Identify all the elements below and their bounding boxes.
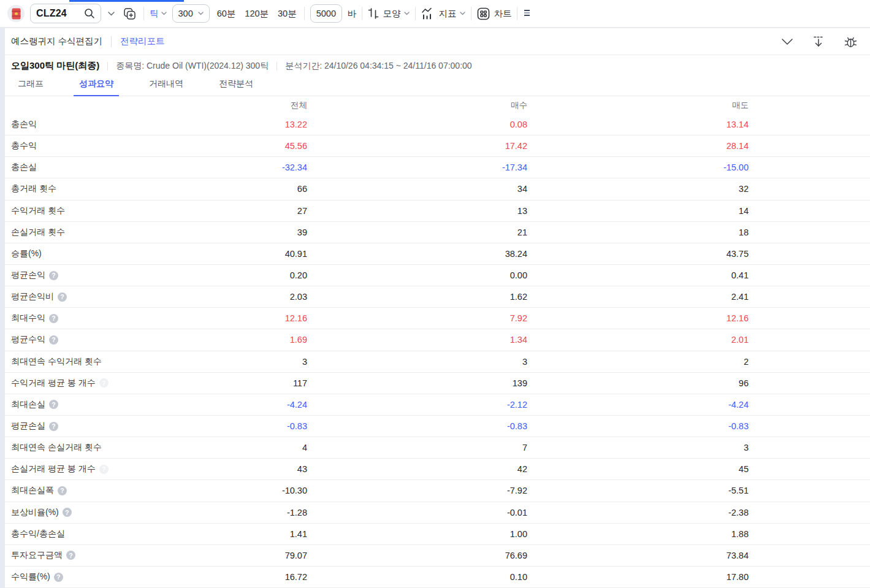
instrument-info: 종목명: Crude Oil (WTI)(2024.12) 300틱 — [116, 61, 269, 72]
interval-30min-button[interactable]: 30분 — [276, 8, 299, 20]
value-buy: 1.00 — [307, 529, 527, 539]
metric-label: 평균손익비 — [11, 291, 54, 302]
value-sell: 3 — [527, 443, 749, 452]
indicator-dropdown[interactable]: 지표 — [421, 7, 465, 20]
value-buy: -7.92 — [307, 486, 527, 495]
debug-button[interactable] — [842, 34, 859, 50]
subheader-divider — [111, 36, 112, 47]
tick-value-select[interactable]: 300 — [172, 4, 210, 23]
interval-60min-button[interactable]: 60분 — [215, 8, 238, 20]
metric-label: 총손실 — [11, 162, 37, 173]
bar-unit-label[interactable]: 바 — [348, 8, 357, 20]
value-buy: 7.92 — [307, 313, 527, 323]
grid-layout-icon — [477, 7, 490, 20]
tab-2[interactable]: 성과요약 — [74, 78, 119, 96]
layers-list-button[interactable] — [523, 8, 532, 19]
help-icon[interactable]: ? — [49, 335, 58, 345]
help-icon[interactable]: ? — [54, 573, 63, 582]
metric-label: 총거래 횟수 — [11, 183, 56, 194]
table-row: 평균손익 ? 0.20 0.00 0.41 — [0, 265, 870, 286]
help-icon[interactable]: ? — [49, 314, 58, 323]
help-icon[interactable]: ? — [58, 486, 67, 495]
value-sell: 18 — [527, 227, 749, 237]
metric-label: 평균손실 — [11, 421, 45, 432]
help-icon[interactable]: ? — [63, 508, 72, 517]
value-buy: 3 — [307, 357, 527, 367]
value-buy: -0.01 — [307, 508, 527, 517]
help-icon[interactable]: ? — [58, 292, 67, 302]
chart-layout-button[interactable]: 차트 — [477, 7, 511, 20]
metric-label: 최대연속 손실거래 횟수 — [11, 442, 102, 453]
strategy-header: 오일300틱 마틴(최종) 종목명: Crude Oil (WTI)(2024.… — [0, 55, 870, 77]
value-total: 16.72 — [186, 572, 307, 582]
column-header-total: 전체 — [186, 100, 307, 111]
chevron-down-icon — [781, 38, 793, 45]
value-total: 39 — [186, 227, 307, 237]
compare-add-button[interactable] — [121, 6, 138, 22]
symbol-search-box[interactable]: CLZ24 — [30, 4, 101, 23]
chevron-down-icon — [460, 12, 465, 15]
tab-label: 그래프 — [18, 78, 44, 88]
strategy-report-link[interactable]: 전략리포트 — [120, 36, 165, 47]
value-sell: -2.38 — [527, 508, 749, 517]
symbol-dropdown-button[interactable] — [107, 10, 116, 17]
interval-120min-button[interactable]: 120분 — [243, 8, 270, 20]
bar-count-box[interactable]: 5000 — [310, 4, 342, 23]
metric-label: 총수익/총손실 — [11, 529, 65, 540]
metric-label: 손실거래 평균 봉 개수 — [11, 464, 96, 475]
help-icon[interactable]: ? — [49, 271, 58, 280]
metric-label: 최대연속 수익거래 횟수 — [11, 356, 102, 367]
value-total: -32.34 — [186, 162, 307, 172]
strategy-name: 오일300틱 마틴(최종) — [11, 60, 99, 72]
value-sell: -15.00 — [527, 162, 749, 172]
table-row: 최대손실폭 ? -10.30 -7.92 -5.51 — [0, 480, 870, 502]
help-icon[interactable]: ? — [99, 378, 109, 388]
tab-1[interactable]: 그래프 — [12, 78, 49, 96]
value-total: 13.22 — [186, 120, 307, 129]
value-buy: 139 — [307, 378, 527, 388]
help-icon[interactable]: ? — [49, 422, 58, 431]
metric-label: 보상비율(%) — [11, 507, 59, 518]
table-row: 수익률(%) ? 16.72 0.10 17.80 — [0, 567, 870, 588]
value-sell: 2 — [527, 357, 749, 367]
left-edge-strip — [0, 28, 5, 588]
metric-label: 투자요구금액 — [11, 550, 63, 561]
toolbar-divider — [304, 7, 305, 20]
table-row: 평균손익비 ? 2.03 1.62 2.41 — [0, 286, 870, 308]
analysis-period: 분석기간: 24/10/26 04:34:15 ~ 24/11/16 07:00… — [285, 61, 471, 72]
ohlc-bars-icon — [368, 7, 379, 20]
stacked-lines-icon — [524, 9, 530, 18]
tab-4[interactable]: 전략분석 — [213, 78, 259, 96]
search-icon — [84, 8, 95, 19]
help-icon[interactable]: ? — [49, 400, 58, 409]
tick-value-label: 300 — [178, 9, 193, 18]
table-row: 총거래 횟수 66 34 32 — [0, 178, 870, 200]
tab-3[interactable]: 거래내역 — [143, 78, 189, 96]
value-total: 27 — [186, 206, 307, 216]
value-total: -10.30 — [186, 486, 307, 495]
value-sell: 32 — [527, 184, 749, 194]
metric-label: 수익률(%) — [11, 571, 50, 582]
value-buy: 1.34 — [307, 335, 527, 345]
help-icon[interactable]: ? — [66, 551, 75, 560]
collapse-panel-button[interactable] — [780, 37, 795, 47]
value-total: -1.28 — [186, 508, 307, 517]
table-row: 승률(%) 40.91 38.24 43.75 — [0, 243, 870, 265]
help-icon[interactable]: ? — [99, 465, 109, 474]
value-total: 12.16 — [186, 313, 307, 323]
instrument-avatar[interactable] — [7, 5, 25, 22]
value-buy: 0.08 — [307, 120, 527, 129]
metric-label: 손실거래 횟수 — [11, 227, 65, 238]
metric-label: 최대수익 — [11, 313, 45, 324]
language-editor-title: 예스랭귀지 수식편집기 — [11, 36, 102, 47]
value-sell: -5.51 — [527, 486, 749, 495]
metric-label: 최대손실 — [11, 399, 45, 410]
timeframe-type-dropdown[interactable]: 틱 — [150, 8, 167, 20]
chart-style-dropdown[interactable]: 모양 — [368, 7, 410, 20]
indicator-label: 지표 — [438, 8, 456, 20]
download-report-button[interactable] — [811, 34, 826, 50]
value-buy: 1.62 — [307, 292, 527, 302]
column-header-sell: 매도 — [527, 100, 749, 111]
tick-type-label: 틱 — [150, 8, 159, 20]
value-buy: 7 — [307, 443, 527, 452]
